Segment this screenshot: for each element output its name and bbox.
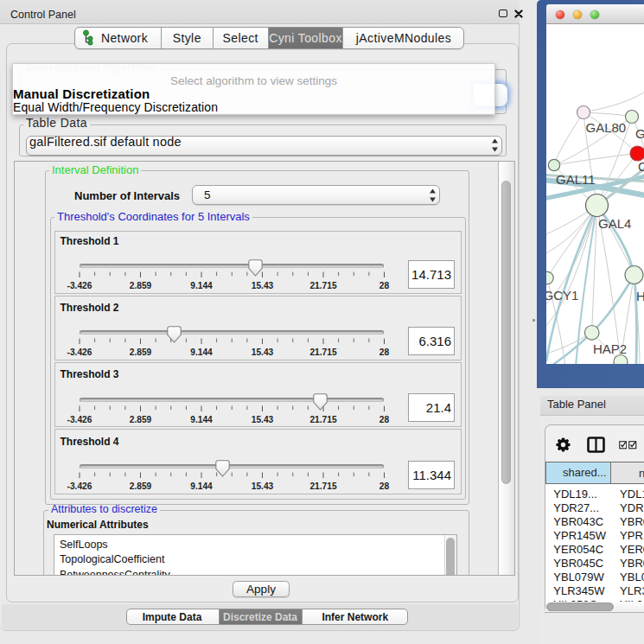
svg-text:H: H xyxy=(636,289,644,303)
svg-text:CY: CY xyxy=(638,159,644,174)
svg-text:GCY1: GCY1 xyxy=(546,288,578,303)
svg-text:GA: GA xyxy=(635,126,644,141)
svg-text:GAL11: GAL11 xyxy=(556,172,596,187)
svg-text:HAP2: HAP2 xyxy=(593,341,627,356)
svg-text:GAL80: GAL80 xyxy=(586,120,627,135)
svg-text:GAL4: GAL4 xyxy=(598,216,631,231)
